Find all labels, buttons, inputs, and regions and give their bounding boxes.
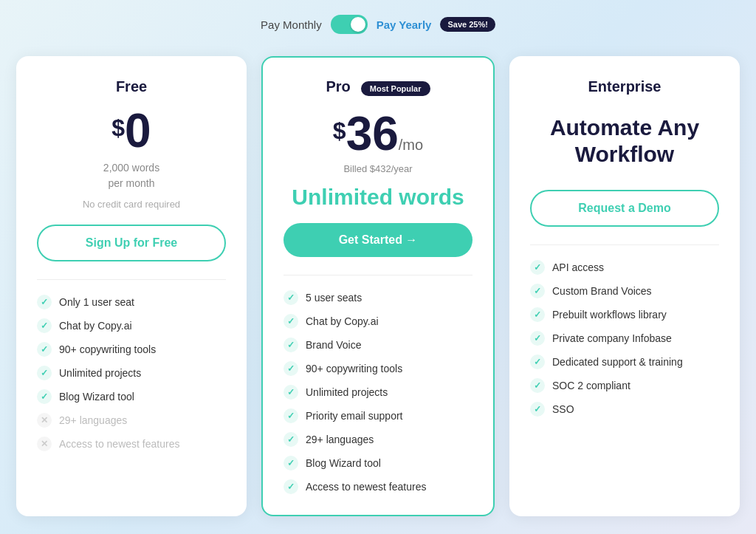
features-list-pro: ✓ 5 user seats ✓ Chat by Copy.ai ✓ Brand… bbox=[284, 290, 472, 494]
check-icon: ✓ bbox=[37, 342, 52, 357]
plan-header-pro: Pro Most Popular bbox=[284, 78, 472, 98]
check-icon: ✓ bbox=[530, 260, 545, 275]
plan-price-free: 0 bbox=[125, 104, 151, 157]
feature-item: ✓ API access bbox=[530, 260, 719, 275]
feature-item: ✓ Chat by Copy.ai bbox=[37, 318, 226, 333]
check-icon: ✓ bbox=[530, 331, 545, 346]
check-icon: ✓ bbox=[284, 338, 298, 352]
feature-label: 29+ languages bbox=[306, 434, 374, 445]
feature-item: ✓ Private company Infobase bbox=[530, 331, 719, 346]
feature-label: Unlimited projects bbox=[306, 386, 388, 398]
cta-button-pro[interactable]: Get Started → bbox=[284, 223, 472, 257]
plan-card-free: Free $0 2,000 wordsper month No credit c… bbox=[16, 56, 247, 516]
pay-yearly-label: Pay Yearly bbox=[377, 18, 432, 31]
check-icon: ✓ bbox=[284, 408, 298, 423]
feature-label: API access bbox=[552, 261, 604, 273]
feature-label: 90+ copywriting tools bbox=[306, 363, 402, 374]
plan-name-free: Free bbox=[116, 78, 147, 95]
feature-item: ✓ Unlimited projects bbox=[37, 366, 226, 380]
cta-button-free[interactable]: Sign Up for Free bbox=[37, 225, 226, 261]
check-icon: ✓ bbox=[530, 284, 545, 298]
save-badge: Save 25%! bbox=[440, 17, 495, 32]
feature-item: ✕ 29+ languages bbox=[37, 413, 226, 428]
feature-label: Brand Voice bbox=[306, 339, 362, 351]
feature-item: ✓ 29+ languages bbox=[284, 432, 472, 447]
plan-card-pro: Pro Most Popular $36/mo Billed $432/year… bbox=[261, 56, 495, 516]
feature-label: Blog Wizard tool bbox=[306, 457, 381, 469]
feature-item: ✓ Prebuilt workflows library bbox=[530, 307, 719, 322]
check-icon: ✓ bbox=[284, 479, 298, 494]
price-symbol-free: $ bbox=[111, 114, 125, 141]
feature-item: ✓ SSO bbox=[530, 402, 719, 417]
feature-label: Chat by Copy.ai bbox=[306, 315, 379, 327]
feature-label: Priority email support bbox=[306, 410, 403, 422]
feature-label: Access to newest features bbox=[306, 481, 426, 493]
check-icon: ✓ bbox=[530, 307, 545, 322]
feature-label: SSO bbox=[552, 403, 574, 415]
divider-free bbox=[37, 279, 226, 280]
x-icon: ✕ bbox=[37, 413, 52, 428]
pay-monthly-label: Pay Monthly bbox=[261, 18, 322, 31]
feature-item: ✓ Blog Wizard tool bbox=[284, 456, 472, 470]
plan-name-pro: Pro bbox=[326, 78, 350, 95]
feature-item: ✓ 5 user seats bbox=[284, 290, 472, 305]
feature-item: ✓ Brand Voice bbox=[284, 338, 472, 352]
most-popular-badge: Most Popular bbox=[361, 81, 430, 96]
check-icon: ✓ bbox=[284, 361, 298, 376]
feature-item: ✓ Chat by Copy.ai bbox=[284, 314, 472, 329]
feature-item: ✓ Unlimited projects bbox=[284, 385, 472, 400]
plan-card-enterprise: Enterprise Automate Any Workflow Request… bbox=[509, 56, 740, 516]
feature-label: 5 user seats bbox=[306, 292, 362, 304]
toggle-knob bbox=[351, 17, 365, 32]
check-icon: ✓ bbox=[284, 314, 298, 329]
features-list-enterprise: ✓ API access ✓ Custom Brand Voices ✓ Pre… bbox=[530, 260, 719, 417]
feature-label: Dedicated support & training bbox=[552, 356, 683, 368]
divider-enterprise bbox=[530, 244, 719, 245]
feature-item: ✓ Blog Wizard tool bbox=[37, 389, 226, 404]
plan-no-cc-free: No credit card required bbox=[37, 199, 226, 210]
plan-price-pro: 36 bbox=[346, 107, 399, 160]
price-symbol-pro: $ bbox=[333, 117, 346, 144]
check-icon: ✓ bbox=[530, 355, 545, 369]
feature-label: Unlimited projects bbox=[59, 367, 141, 379]
feature-item: ✓ Priority email support bbox=[284, 408, 472, 423]
plan-price-area-pro: $36/mo bbox=[284, 110, 472, 157]
features-list-free: ✓ Only 1 user seat ✓ Chat by Copy.ai ✓ 9… bbox=[37, 295, 226, 451]
billing-note-pro: Billed $432/year bbox=[284, 163, 472, 174]
x-icon: ✕ bbox=[37, 437, 52, 451]
feature-label: Private company Infobase bbox=[552, 332, 672, 344]
feature-label: Chat by Copy.ai bbox=[59, 320, 132, 332]
feature-label: Blog Wizard tool bbox=[59, 391, 134, 403]
check-icon: ✓ bbox=[284, 385, 298, 400]
price-period-pro: /mo bbox=[399, 137, 423, 153]
feature-label: Access to newest features bbox=[59, 438, 179, 450]
check-icon: ✓ bbox=[284, 290, 298, 305]
feature-item: ✓ Only 1 user seat bbox=[37, 295, 226, 309]
feature-label: 29+ languages bbox=[59, 414, 127, 426]
feature-item: ✓ Access to newest features bbox=[284, 479, 472, 494]
plans-container: Free $0 2,000 wordsper month No credit c… bbox=[16, 56, 740, 516]
check-icon: ✓ bbox=[530, 402, 545, 417]
feature-item: ✓ 90+ copywriting tools bbox=[284, 361, 472, 376]
plan-name-enterprise: Enterprise bbox=[588, 78, 662, 95]
plan-price-area-free: $0 bbox=[37, 107, 226, 154]
check-icon: ✓ bbox=[37, 318, 52, 333]
billing-toggle-switch[interactable] bbox=[331, 15, 368, 34]
feature-item: ✕ Access to newest features bbox=[37, 437, 226, 451]
feature-item: ✓ Custom Brand Voices bbox=[530, 284, 719, 298]
feature-label: Custom Brand Voices bbox=[552, 285, 652, 297]
enterprise-headline: Automate Any Workflow bbox=[530, 114, 719, 168]
check-icon: ✓ bbox=[37, 389, 52, 404]
check-icon: ✓ bbox=[284, 456, 298, 470]
check-icon: ✓ bbox=[37, 295, 52, 309]
check-icon: ✓ bbox=[530, 378, 545, 393]
check-icon: ✓ bbox=[284, 432, 298, 447]
unlimited-words: Unlimited words bbox=[284, 185, 472, 210]
feature-label: 90+ copywriting tools bbox=[59, 343, 156, 355]
feature-item: ✓ SOC 2 compliant bbox=[530, 378, 719, 393]
plan-header-free: Free bbox=[37, 78, 226, 95]
feature-label: SOC 2 compliant bbox=[552, 380, 630, 391]
billing-toggle: Pay Monthly Pay Yearly Save 25%! bbox=[261, 15, 495, 34]
cta-button-enterprise[interactable]: Request a Demo bbox=[530, 190, 719, 227]
feature-item: ✓ Dedicated support & training bbox=[530, 355, 719, 369]
